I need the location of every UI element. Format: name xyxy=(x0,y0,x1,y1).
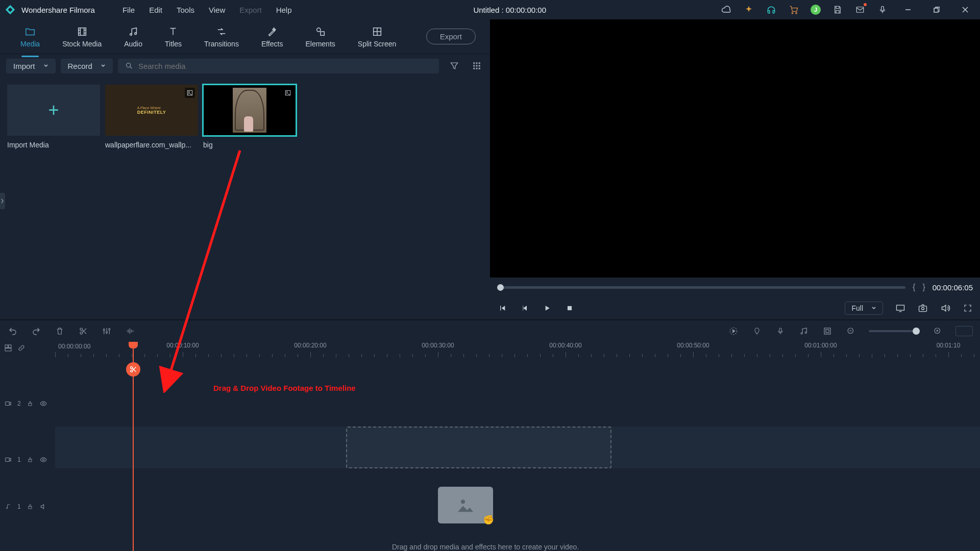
fit-timeline-button[interactable] xyxy=(955,326,973,336)
zoom-slider[interactable] xyxy=(869,330,920,332)
headset-icon[interactable] xyxy=(766,4,777,15)
maximize-button[interactable] xyxy=(928,3,945,17)
zoom-in-button[interactable] xyxy=(932,325,943,337)
menu-export[interactable]: Export xyxy=(232,3,268,17)
filter-icon[interactable] xyxy=(447,59,461,73)
record-label: Record xyxy=(68,62,92,70)
media-item-2[interactable]: big xyxy=(203,85,296,149)
stop-button[interactable] xyxy=(565,303,575,313)
svg-rect-26 xyxy=(479,62,480,64)
search-box[interactable] xyxy=(118,59,439,73)
menu-help[interactable]: Help xyxy=(269,3,299,17)
lock-icon[interactable] xyxy=(26,399,34,408)
svg-point-15 xyxy=(130,33,132,35)
tab-elements[interactable]: Elements xyxy=(294,22,346,51)
audio-track-number: 1 xyxy=(17,503,21,510)
minimize-button[interactable] xyxy=(899,3,917,17)
mark-in-icon[interactable]: { xyxy=(913,283,915,292)
grid-view-icon[interactable] xyxy=(470,59,484,73)
mark-out-icon[interactable]: } xyxy=(922,283,925,292)
svg-point-68 xyxy=(42,459,44,461)
track-1-number: 1 xyxy=(17,456,21,463)
audio-track-1-header[interactable]: 1 xyxy=(0,496,55,517)
voiceover-icon[interactable] xyxy=(775,325,786,337)
sliders-button[interactable] xyxy=(101,325,112,337)
lock-icon[interactable] xyxy=(26,456,34,464)
import-dropdown[interactable]: Import xyxy=(6,59,56,73)
menu-file[interactable]: File xyxy=(115,3,142,17)
user-avatar[interactable]: J xyxy=(811,5,821,15)
tab-transitions[interactable]: Transitions xyxy=(193,22,250,51)
play-button[interactable] xyxy=(542,303,552,313)
media-item-1[interactable]: A Place Where DEFINITELY wallpaperflare.… xyxy=(105,85,198,149)
video-track-2-header[interactable]: 2 xyxy=(0,383,55,424)
tab-media[interactable]: Media xyxy=(9,22,51,51)
tab-titles[interactable]: Titles xyxy=(154,22,193,51)
lock-icon[interactable] xyxy=(26,503,34,511)
prev-frame-button[interactable] xyxy=(497,303,507,313)
render-icon[interactable] xyxy=(728,325,739,337)
tab-effects[interactable]: Effects xyxy=(250,22,295,51)
message-icon[interactable] xyxy=(854,4,866,15)
audio-wave-button[interactable] xyxy=(125,325,136,337)
volume-icon[interactable] xyxy=(940,303,950,313)
video-track-2[interactable] xyxy=(55,370,980,412)
svg-point-16 xyxy=(135,32,137,34)
preview-quality-dropdown[interactable]: Full xyxy=(845,302,883,315)
audio-track-1[interactable] xyxy=(55,484,980,505)
sparkle-icon[interactable] xyxy=(743,4,754,15)
preview-viewport[interactable] xyxy=(490,19,980,278)
eye-icon[interactable] xyxy=(39,456,47,464)
link-icon[interactable] xyxy=(17,344,26,352)
undo-button[interactable] xyxy=(7,325,18,337)
step-back-button[interactable] xyxy=(520,303,530,313)
expand-panel-button[interactable] xyxy=(0,193,5,209)
timeline-tracks[interactable]: 00:00:00:00 00:00:10:00 00:00:20:00 00:0… xyxy=(55,342,980,551)
preview-seek-bar[interactable] xyxy=(497,286,905,289)
display-icon[interactable] xyxy=(895,303,905,313)
search-input[interactable] xyxy=(138,62,432,70)
fullscreen-icon[interactable] xyxy=(963,303,973,313)
import-media-tile[interactable]: + Import Media xyxy=(7,85,100,149)
mic-icon[interactable] xyxy=(877,4,888,15)
transition-icon xyxy=(215,26,228,38)
svg-point-46 xyxy=(103,329,105,331)
timeline-ruler[interactable]: 00:00:00:00 00:00:10:00 00:00:20:00 00:0… xyxy=(55,342,980,357)
save-icon[interactable] xyxy=(832,4,843,15)
delete-button[interactable] xyxy=(54,325,65,337)
timeline-hint-text: Drag and drop media and effects here to … xyxy=(392,543,579,551)
tab-bar: Media Stock Media Audio Titles Transitio… xyxy=(0,19,490,54)
playhead[interactable] xyxy=(133,342,134,551)
menu-edit[interactable]: Edit xyxy=(142,3,169,17)
export-button[interactable]: Export xyxy=(426,29,476,44)
svg-rect-30 xyxy=(473,68,475,69)
menu-tools[interactable]: Tools xyxy=(169,3,202,17)
app-name: Wondershare Filmora xyxy=(21,6,95,14)
cut-button[interactable] xyxy=(78,325,89,337)
video-track-1-header[interactable]: 1 xyxy=(0,439,55,481)
svg-rect-3 xyxy=(881,6,884,11)
crop-icon[interactable] xyxy=(822,325,833,337)
tab-audio[interactable]: Audio xyxy=(113,22,154,51)
scissors-icon[interactable] xyxy=(126,362,140,377)
video-track-1[interactable]: ✊ Drag and drop media and effects here t… xyxy=(55,427,980,468)
media-grid: + Import Media A Place Where DEFINITELY … xyxy=(0,78,490,156)
speaker-icon[interactable] xyxy=(39,503,47,511)
redo-button[interactable] xyxy=(31,325,42,337)
cloud-icon[interactable] xyxy=(721,4,732,15)
music-icon[interactable] xyxy=(798,325,810,337)
close-button[interactable] xyxy=(957,3,974,17)
marker-icon[interactable] xyxy=(751,325,763,337)
zoom-out-button[interactable] xyxy=(845,325,856,337)
media-panel: Media Stock Media Audio Titles Transitio… xyxy=(0,19,490,319)
cart-icon[interactable] xyxy=(788,4,799,15)
tracks-icon[interactable] xyxy=(4,344,12,352)
menu-bar: File Edit Tools View Export Help xyxy=(115,3,299,17)
tab-stock-media[interactable]: Stock Media xyxy=(51,22,113,51)
eye-icon[interactable] xyxy=(39,399,47,408)
svg-rect-8 xyxy=(78,28,86,35)
menu-view[interactable]: View xyxy=(202,3,232,17)
snapshot-icon[interactable] xyxy=(918,303,928,313)
record-dropdown[interactable]: Record xyxy=(61,59,113,73)
tab-split-screen[interactable]: Split Screen xyxy=(347,22,407,51)
